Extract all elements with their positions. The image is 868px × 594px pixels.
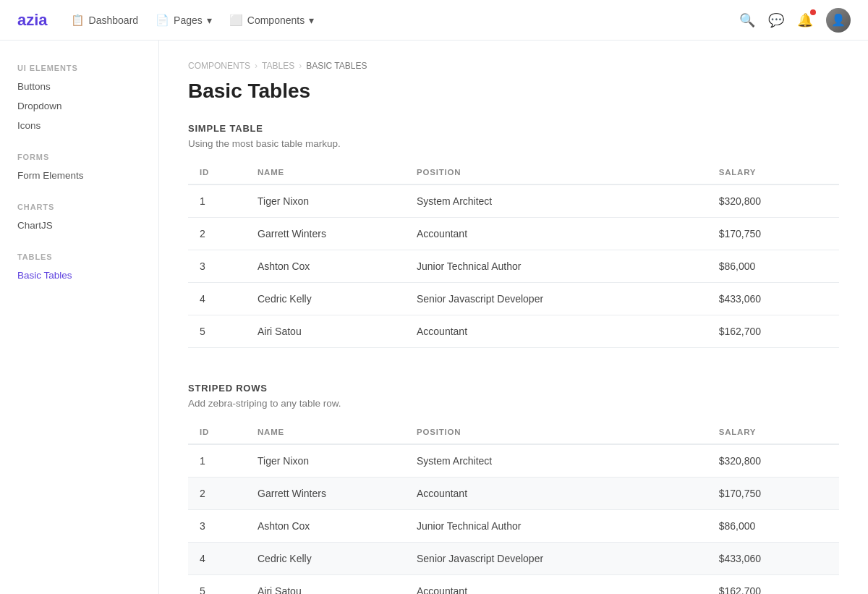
table-row: 3Ashton CoxJunior Technical Author$86,00… xyxy=(188,250,839,283)
pages-chevron-icon: ▾ xyxy=(207,14,212,26)
col-header-salary: SALARY xyxy=(707,420,839,444)
nav-components-label: Components xyxy=(247,14,305,26)
cell-salary-2: $86,000 xyxy=(707,510,839,543)
cell-id-1: 2 xyxy=(188,478,246,510)
cell-name-2: Ashton Cox xyxy=(246,510,405,543)
nav-pages-label: Pages xyxy=(174,14,203,26)
table-row: 3Ashton CoxJunior Technical Author$86,00… xyxy=(188,510,839,543)
cell-name-3: Cedric Kelly xyxy=(246,543,405,575)
avatar[interactable]: 👤 xyxy=(826,8,851,33)
section-desc-simple: Using the most basic table markup. xyxy=(188,138,839,149)
col-header-id: ID xyxy=(188,420,246,444)
sidebar-item-dropdown[interactable]: Dropdown xyxy=(0,96,158,116)
nav-dashboard-label: Dashboard xyxy=(89,14,139,26)
pages-icon: 📄 xyxy=(156,14,169,27)
search-icon[interactable]: 🔍 xyxy=(739,12,755,28)
cell-name-2: Ashton Cox xyxy=(246,250,405,283)
cell-name-1: Garrett Winters xyxy=(246,218,405,250)
table-header-row: IDNAMEPOSITIONSALARY xyxy=(188,420,839,444)
table-row: 2Garrett WintersAccountant$170,750 xyxy=(188,218,839,250)
logo[interactable]: azia xyxy=(17,11,48,30)
cell-position-3: Senior Javascript Developer xyxy=(405,543,707,575)
cell-salary-4: $162,700 xyxy=(707,575,839,595)
table-sections-container: SIMPLE TABLEUsing the most basic table m… xyxy=(188,123,839,594)
nav-pages[interactable]: 📄 Pages ▾ xyxy=(156,14,212,27)
sidebar-section-ui-elements: UI ELEMENTS xyxy=(0,58,158,77)
breadcrumb-components[interactable]: COMPONENTS xyxy=(188,61,250,71)
nav-components[interactable]: ⬜ Components ▾ xyxy=(229,14,314,27)
notifications-icon[interactable]: 🔔 xyxy=(797,12,813,28)
cell-id-1: 2 xyxy=(188,218,246,250)
sidebar-item-form-elements[interactable]: Form Elements xyxy=(0,166,158,185)
cell-salary-3: $433,060 xyxy=(707,283,839,315)
cell-id-0: 1 xyxy=(188,184,246,218)
cell-position-1: Accountant xyxy=(405,218,707,250)
cell-name-1: Garrett Winters xyxy=(246,478,405,510)
messages-icon[interactable]: 💬 xyxy=(768,12,784,28)
col-header-name: NAME xyxy=(246,161,405,184)
table-header-row: IDNAMEPOSITIONSALARY xyxy=(188,161,839,184)
cell-id-4: 5 xyxy=(188,315,246,348)
cell-position-3: Senior Javascript Developer xyxy=(405,283,707,315)
breadcrumb-tables[interactable]: TABLES xyxy=(262,61,294,71)
sidebar: UI ELEMENTS Buttons Dropdown Icons FORMS… xyxy=(0,41,159,594)
col-header-name: NAME xyxy=(246,420,405,444)
table-row: 1Tiger NixonSystem Architect$320,800 xyxy=(188,444,839,478)
page-title: Basic Tables xyxy=(188,80,839,103)
table-row: 2Garrett WintersAccountant$170,750 xyxy=(188,478,839,510)
cell-position-0: System Architect xyxy=(405,184,707,218)
cell-id-3: 4 xyxy=(188,543,246,575)
components-icon: ⬜ xyxy=(229,14,243,27)
col-header-position: POSITION xyxy=(405,420,707,444)
sidebar-item-chartjs[interactable]: ChartJS xyxy=(0,216,158,235)
cell-id-2: 3 xyxy=(188,510,246,543)
data-table-striped: IDNAMEPOSITIONSALARY1Tiger NixonSystem A… xyxy=(188,420,839,594)
cell-salary-2: $86,000 xyxy=(707,250,839,283)
sidebar-section-charts: CHARTS xyxy=(0,197,158,216)
sidebar-section-tables: TABLES xyxy=(0,247,158,266)
sidebar-item-basic-tables[interactable]: Basic Tables xyxy=(0,266,158,285)
topnav: azia 📋 Dashboard 📄 Pages ▾ ⬜ Components … xyxy=(0,0,868,41)
table-section-simple: SIMPLE TABLEUsing the most basic table m… xyxy=(188,123,839,348)
main-content: COMPONENTS › TABLES › BASIC TABLES Basic… xyxy=(159,41,868,594)
nav-dashboard[interactable]: 📋 Dashboard xyxy=(71,14,139,27)
cell-position-2: Junior Technical Author xyxy=(405,510,707,543)
breadcrumb: COMPONENTS › TABLES › BASIC TABLES xyxy=(188,61,839,71)
sidebar-section-forms: FORMS xyxy=(0,147,158,166)
cell-salary-4: $162,700 xyxy=(707,315,839,348)
table-row: 4Cedric KellySenior Javascript Developer… xyxy=(188,543,839,575)
cell-position-1: Accountant xyxy=(405,478,707,510)
cell-name-0: Tiger Nixon xyxy=(246,184,405,218)
cell-position-0: System Architect xyxy=(405,444,707,478)
section-title-simple: SIMPLE TABLE xyxy=(188,123,839,134)
sidebar-item-buttons[interactable]: Buttons xyxy=(0,77,158,96)
cell-id-2: 3 xyxy=(188,250,246,283)
topnav-right: 🔍 💬 🔔 👤 xyxy=(739,8,851,33)
col-header-salary: SALARY xyxy=(707,161,839,184)
cell-salary-1: $170,750 xyxy=(707,478,839,510)
table-row: 5Airi SatouAccountant$162,700 xyxy=(188,315,839,348)
cell-id-0: 1 xyxy=(188,444,246,478)
table-row: 4Cedric KellySenior Javascript Developer… xyxy=(188,283,839,315)
section-title-striped: STRIPED ROWS xyxy=(188,383,839,394)
sidebar-item-icons[interactable]: Icons xyxy=(0,116,158,135)
dashboard-icon: 📋 xyxy=(71,14,85,27)
cell-position-2: Junior Technical Author xyxy=(405,250,707,283)
cell-name-4: Airi Satou xyxy=(246,575,405,595)
cell-name-4: Airi Satou xyxy=(246,315,405,348)
topnav-left: azia 📋 Dashboard 📄 Pages ▾ ⬜ Components … xyxy=(17,11,314,30)
table-section-striped: STRIPED ROWSAdd zebra-striping to any ta… xyxy=(188,383,839,594)
breadcrumb-current: BASIC TABLES xyxy=(306,61,367,71)
cell-id-3: 4 xyxy=(188,283,246,315)
nav-items: 📋 Dashboard 📄 Pages ▾ ⬜ Components ▾ xyxy=(71,14,315,27)
layout: UI ELEMENTS Buttons Dropdown Icons FORMS… xyxy=(0,41,868,594)
cell-name-0: Tiger Nixon xyxy=(246,444,405,478)
notification-badge xyxy=(810,9,816,15)
data-table-simple: IDNAMEPOSITIONSALARY1Tiger NixonSystem A… xyxy=(188,161,839,348)
cell-name-3: Cedric Kelly xyxy=(246,283,405,315)
col-header-id: ID xyxy=(188,161,246,184)
cell-position-4: Accountant xyxy=(405,575,707,595)
breadcrumb-sep-2: › xyxy=(299,61,302,71)
cell-id-4: 5 xyxy=(188,575,246,595)
table-row: 5Airi SatouAccountant$162,700 xyxy=(188,575,839,595)
